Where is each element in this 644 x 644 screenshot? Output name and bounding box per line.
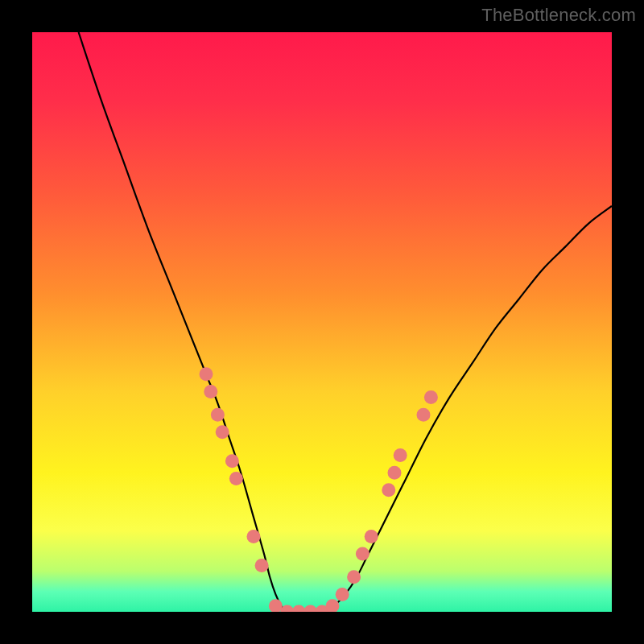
highlight-dot <box>365 530 378 543</box>
highlight-dot <box>200 367 213 381</box>
plot-area <box>32 32 612 612</box>
highlight-dot <box>417 408 431 422</box>
highlight-dot <box>225 454 239 468</box>
gradient-background <box>32 32 612 612</box>
highlight-dot <box>347 570 361 584</box>
highlight-dot <box>247 530 261 543</box>
highlight-dot <box>229 472 243 485</box>
highlight-dot <box>204 385 217 398</box>
highlight-dot <box>356 547 369 561</box>
highlight-dot <box>211 408 225 422</box>
highlight-dot <box>336 588 349 601</box>
highlight-dot <box>216 425 229 439</box>
highlight-dot <box>424 390 438 404</box>
highlight-dot <box>394 448 407 462</box>
watermark-label: TheBottleneck.com <box>481 5 636 26</box>
highlight-dot <box>388 466 402 480</box>
outer-frame: TheBottleneck.com <box>0 0 644 644</box>
chart-svg <box>32 32 612 612</box>
highlight-dot <box>255 559 269 572</box>
highlight-dot <box>382 483 395 497</box>
